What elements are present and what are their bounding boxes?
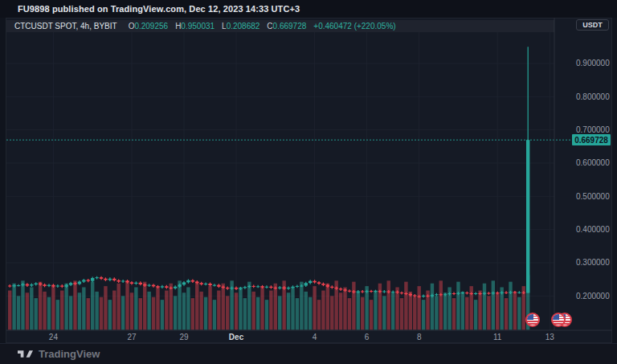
candle-body: [112, 279, 116, 280]
candle-body: [296, 286, 299, 287]
volume-bar: [313, 286, 316, 329]
candle-body: [265, 287, 268, 288]
time-tick-label[interactable]: 4: [313, 333, 317, 342]
candle-body: [374, 291, 377, 292]
volume-bar: [352, 282, 355, 330]
price-tick-label[interactable]: 0.300000: [576, 258, 610, 267]
candle-body: [335, 288, 338, 288]
volume-bar: [452, 298, 456, 329]
candle-body: [439, 294, 443, 295]
price-tick-label[interactable]: 0.400000: [576, 225, 610, 234]
volume-bar: [517, 297, 521, 330]
volume-bar: [199, 292, 202, 330]
symbol-legend[interactable]: CTCUSDT SPOT, 4h, BYBIT O0.209256 H0.950…: [6, 20, 554, 32]
time-tick-label[interactable]: 6: [365, 333, 370, 342]
volume-bar: [174, 296, 177, 329]
price-tick-label[interactable]: 0.500000: [576, 192, 610, 201]
volume-bar: [191, 298, 194, 329]
time-tick-label[interactable]: Dec: [229, 333, 244, 342]
candle-body: [282, 288, 285, 289]
candle-body: [426, 296, 429, 297]
symbol-title[interactable]: CTCUSDT SPOT, 4h, BYBIT: [14, 22, 117, 31]
candle-body: [357, 292, 360, 292]
currency-toggle-button[interactable]: USDT: [576, 19, 609, 31]
candle-body: [165, 286, 168, 288]
candle-body: [330, 287, 333, 288]
candle-body: [247, 286, 251, 287]
candle-body: [235, 288, 238, 289]
price-tick-label[interactable]: 0.700000: [576, 125, 610, 134]
volume-bar: [108, 300, 112, 329]
us-flag-event-icon[interactable]: [551, 313, 566, 327]
volume-bar: [21, 280, 24, 329]
candle-body: [213, 285, 216, 286]
volume-bar: [513, 292, 517, 330]
candle-body: [78, 282, 81, 284]
volume-bar: [51, 286, 55, 329]
candle-body: [222, 287, 225, 288]
volume-bar: [125, 280, 129, 329]
candle-body: [409, 294, 412, 296]
price-chart-canvas[interactable]: 0.9000000.8000000.7000000.6000000.500000…: [0, 0, 617, 364]
volume-bar: [304, 292, 308, 330]
volume-bar: [47, 297, 51, 330]
volume-bar: [12, 284, 15, 330]
time-tick-label[interactable]: 13: [545, 333, 555, 342]
price-tick-label[interactable]: 0.600000: [576, 158, 610, 167]
volume-bar: [121, 296, 125, 329]
candle-body: [230, 288, 233, 288]
volume-bar: [17, 296, 20, 329]
candle-body: [21, 284, 24, 285]
candle-body: [400, 292, 403, 293]
volume-bar: [117, 284, 121, 330]
candle-body: [492, 292, 495, 293]
tradingview-logo-icon[interactable]: [18, 348, 33, 360]
candle-body: [304, 283, 308, 285]
volume-bar: [156, 286, 159, 329]
volume-bar: [56, 300, 59, 329]
candle-body: [191, 280, 194, 282]
candle-body: [435, 294, 438, 295]
volume-bar: [134, 287, 137, 329]
price-tick-label[interactable]: 0.900000: [576, 59, 610, 67]
candle-body: [91, 278, 94, 281]
candle-body: [73, 283, 76, 284]
candle-body: [239, 288, 242, 288]
volume-bar: [382, 296, 386, 329]
volume-bar: [474, 300, 477, 329]
us-flag-event-icon[interactable]: [525, 313, 540, 327]
tradingview-wordmark[interactable]: TradingView: [39, 348, 100, 360]
volume-bar: [400, 298, 403, 329]
candle-body: [496, 292, 499, 293]
time-tick-label[interactable]: 29: [179, 333, 189, 342]
volume-bar: [291, 287, 294, 329]
time-tick-label[interactable]: 24: [49, 333, 59, 342]
volume-bar: [243, 298, 247, 329]
price-tick-label[interactable]: 0.800000: [576, 92, 610, 101]
candle-body: [509, 292, 512, 292]
volume-bar: [91, 282, 94, 330]
volume-bar: [308, 297, 312, 330]
volume-bar: [256, 297, 259, 330]
time-tick-label[interactable]: 27: [127, 333, 137, 342]
volume-bar: [161, 300, 164, 329]
candle-body: [152, 285, 155, 287]
volume-bar: [260, 286, 264, 329]
volume-bar: [100, 297, 103, 330]
candle-body: [361, 292, 364, 292]
candle-body: [30, 284, 33, 285]
candle-body: [431, 295, 434, 297]
candle-body: [60, 285, 63, 286]
volume-bar: [78, 292, 81, 329]
time-tick-label[interactable]: 8: [417, 333, 422, 342]
price-tick-label[interactable]: 0.200000: [576, 292, 610, 301]
volume-bar: [152, 297, 155, 330]
candle-body: [447, 293, 451, 294]
time-tick-label[interactable]: 11: [493, 333, 502, 342]
candle-body: [226, 288, 229, 288]
volume-bar: [104, 286, 107, 329]
candle-body: [195, 282, 198, 284]
volume-bar: [208, 286, 211, 329]
volume-bar: [456, 282, 460, 330]
candle-body: [326, 285, 329, 287]
